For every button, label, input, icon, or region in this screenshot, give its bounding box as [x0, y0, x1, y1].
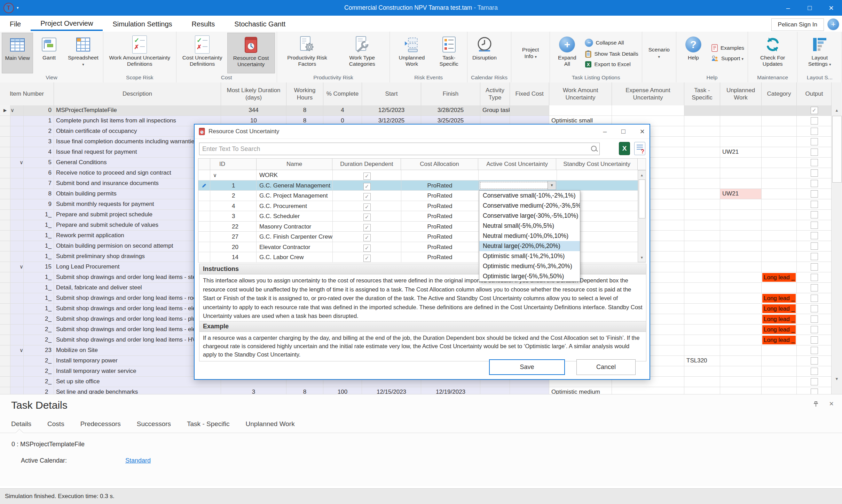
- dropdown-option[interactable]: Conservative small(-10%,-2%,1%): [479, 191, 580, 201]
- grid-scroll-down-icon[interactable]: ▼: [638, 253, 645, 262]
- expand-chevron-icon[interactable]: [10, 147, 24, 157]
- duration-dependent-checkbox[interactable]: [363, 183, 371, 190]
- output-checkbox[interactable]: [811, 295, 818, 302]
- productivity-risk-factors-button[interactable]: Productivity Risk Factors: [279, 33, 336, 73]
- dialog-title-bar[interactable]: Resource Cost Uncertainty – □ ×: [195, 125, 650, 139]
- cancel-button[interactable]: Cancel: [576, 359, 636, 375]
- tab-successors[interactable]: Successors: [137, 420, 171, 428]
- expand-chevron-icon[interactable]: [10, 116, 24, 126]
- expand-chevron-icon[interactable]: [10, 251, 24, 262]
- expand-chevron-icon[interactable]: [10, 377, 24, 387]
- scroll-up-icon[interactable]: ▲: [832, 105, 842, 115]
- tab-task-specific[interactable]: Task - Specific: [187, 420, 229, 428]
- support-button[interactable]: Support ▾: [711, 55, 744, 62]
- output-checkbox[interactable]: [811, 107, 818, 114]
- maximize-button[interactable]: □: [799, 0, 820, 16]
- close-button[interactable]: ×: [820, 0, 842, 16]
- spreadsheet-button[interactable]: Spreadsheet▾: [65, 33, 101, 73]
- tab-costs[interactable]: Costs: [47, 420, 64, 428]
- output-checkbox[interactable]: [811, 253, 818, 260]
- expand-chevron-icon[interactable]: [10, 293, 24, 303]
- expand-chevron-icon[interactable]: [10, 199, 24, 209]
- duration-dependent-checkbox[interactable]: [363, 203, 371, 211]
- duration-dependent-checkbox[interactable]: [363, 173, 371, 180]
- grid-col-id[interactable]: ID: [210, 159, 257, 170]
- dialog-minimize-button[interactable]: –: [603, 128, 607, 135]
- expand-chevron-icon[interactable]: [10, 220, 24, 230]
- scenario-button[interactable]: Scenario▾: [644, 32, 675, 74]
- output-checkbox[interactable]: [811, 180, 818, 187]
- col-unplanned-work[interactable]: Unplanned Work: [720, 82, 762, 105]
- show-task-details-button[interactable]: Show Task Details: [585, 50, 638, 58]
- active-cost-combobox[interactable]: ▼: [479, 181, 556, 190]
- grid-col-name[interactable]: Name: [257, 159, 333, 170]
- active-cost-uncertainty-cell[interactable]: ▼: [479, 170, 557, 180]
- col-percent-complete[interactable]: % Complete: [323, 82, 362, 105]
- search-input[interactable]: [199, 143, 599, 155]
- tab-details[interactable]: Details: [11, 420, 31, 428]
- output-checkbox[interactable]: [811, 378, 818, 385]
- output-checkbox[interactable]: [811, 284, 818, 291]
- project-info-button[interactable]: Project Info ▾: [513, 32, 548, 74]
- output-checkbox[interactable]: [811, 326, 818, 333]
- check-for-updates-button[interactable]: Check For Updates: [750, 33, 795, 73]
- expand-chevron-icon[interactable]: [10, 241, 24, 251]
- tab-predecessors[interactable]: Predecessors: [80, 420, 121, 428]
- expand-chevron-icon[interactable]: [10, 314, 24, 324]
- duration-dependent-checkbox[interactable]: [363, 255, 371, 262]
- tab-project-overview[interactable]: Project Overview: [31, 17, 103, 31]
- active-cost-uncertainty-cell[interactable]: ▼: [479, 181, 557, 191]
- output-checkbox[interactable]: [811, 389, 818, 394]
- output-checkbox[interactable]: [811, 201, 818, 208]
- expand-chevron-icon[interactable]: [10, 356, 24, 366]
- dialog-maximize-button[interactable]: □: [621, 128, 625, 135]
- output-checkbox[interactable]: [811, 169, 818, 177]
- collapse-all-button[interactable]: −Collapse All: [585, 39, 638, 47]
- output-checkbox[interactable]: [811, 149, 818, 156]
- col-working-hours[interactable]: Working Hours: [286, 82, 323, 105]
- expand-chevron-icon[interactable]: [10, 283, 24, 293]
- output-checkbox[interactable]: [811, 222, 818, 229]
- resource-cost-uncertainty-button[interactable]: Resource Cost Uncertainty: [227, 33, 275, 73]
- expand-chevron-icon[interactable]: [10, 366, 24, 376]
- pelican-sign-in-button[interactable]: Pelican Sign In: [771, 18, 824, 31]
- task-specific-button[interactable]: Task-Specific: [432, 33, 465, 73]
- output-checkbox[interactable]: [811, 128, 818, 135]
- expand-chevron-icon[interactable]: [10, 231, 24, 241]
- output-checkbox[interactable]: [811, 211, 818, 218]
- dropdown-option[interactable]: Conservative medium(-20%,-3%,5%): [479, 201, 580, 211]
- expand-chevron-icon[interactable]: ∨: [10, 105, 24, 115]
- tab-unplanned-work[interactable]: Unplanned Work: [246, 420, 295, 428]
- duration-dependent-checkbox[interactable]: [363, 193, 371, 200]
- tab-file[interactable]: File: [0, 17, 31, 30]
- expand-chevron-icon[interactable]: ∨: [10, 158, 24, 168]
- table-row[interactable]: ▶ ∨ 0 MSProjectTemplateFile 344 8 4 12/5…: [0, 105, 832, 116]
- cost-uncertainty-definitions-button[interactable]: ✓✗ Cost Uncertainty Definitions: [178, 33, 227, 73]
- help-document-icon[interactable]: ?: [634, 142, 645, 155]
- table-row[interactable]: 2_ Set line and grade benchmarks 3 8 100…: [0, 387, 832, 394]
- dropdown-option[interactable]: Neutral medium(-10%,0%,10%): [479, 231, 580, 241]
- active-calendar-link[interactable]: Standard: [125, 457, 151, 464]
- dropdown-option[interactable]: Conservative large(-30%,-5%,10%): [479, 211, 580, 221]
- expand-chevron-icon[interactable]: [10, 304, 24, 314]
- col-start[interactable]: Start: [362, 82, 421, 105]
- table-scrollbar[interactable]: ▲ ▼: [831, 82, 842, 394]
- dropdown-option[interactable]: Optimistic medium(-5%,3%,20%): [479, 261, 580, 271]
- output-checkbox[interactable]: [811, 368, 818, 375]
- grid-scroll-thumb[interactable]: [639, 179, 645, 218]
- col-activity-type[interactable]: Activity Type: [480, 82, 510, 105]
- output-checkbox[interactable]: [811, 159, 818, 166]
- work-type-categories-button[interactable]: Work Type Categories: [336, 33, 388, 73]
- expand-chevron-icon[interactable]: [10, 210, 24, 220]
- tab-stochastic-gantt[interactable]: Stochastic Gantt: [225, 17, 295, 30]
- grid-col-duration-dependent[interactable]: Duration Dependent: [332, 159, 401, 170]
- expand-chevron-icon[interactable]: [10, 126, 24, 136]
- group-chevron-icon[interactable]: ∨: [210, 172, 219, 178]
- dropdown-option[interactable]: Neutral small(-5%,0%,5%): [479, 221, 580, 231]
- col-item-number[interactable]: Item Number: [0, 82, 54, 105]
- duration-dependent-checkbox[interactable]: [363, 224, 371, 231]
- duration-dependent-checkbox[interactable]: [363, 214, 371, 221]
- grid-col-cost-allocation[interactable]: Cost Allocation: [401, 159, 478, 170]
- dropdown-option[interactable]: Optimistic large(-5%,5%,50%): [479, 271, 580, 281]
- expand-chevron-icon[interactable]: [10, 272, 24, 282]
